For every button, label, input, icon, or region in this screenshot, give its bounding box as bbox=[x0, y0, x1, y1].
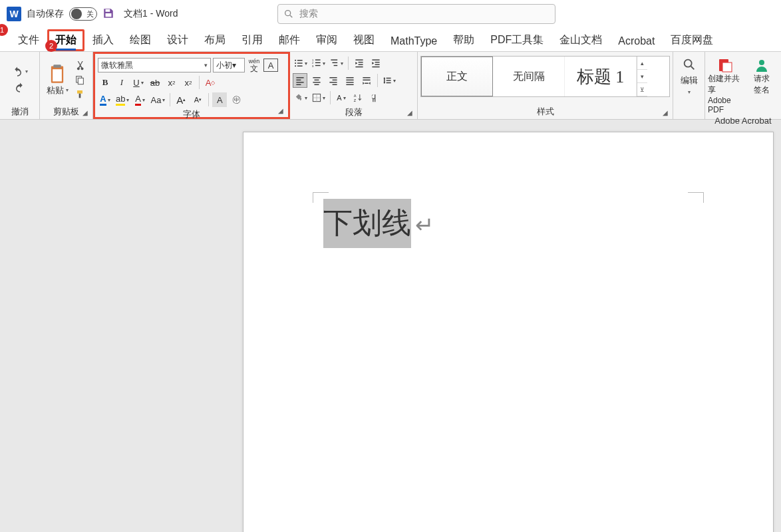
tab-insert[interactable]: 插入 bbox=[84, 29, 122, 51]
bullets-button[interactable] bbox=[293, 56, 309, 70]
request-sign-button[interactable]: 请求 签名 bbox=[744, 57, 778, 96]
superscript-button[interactable]: x2 bbox=[181, 75, 196, 90]
svg-rect-65 bbox=[722, 63, 732, 72]
align-left-button[interactable] bbox=[293, 73, 307, 88]
subscript-button[interactable]: x2 bbox=[164, 75, 179, 90]
svg-rect-50 bbox=[363, 77, 370, 78]
decrease-indent-button[interactable] bbox=[352, 56, 367, 70]
line-spacing-button[interactable] bbox=[381, 73, 397, 88]
tab-mailings[interactable]: 邮件 bbox=[271, 29, 308, 51]
char-border-button[interactable]: A bbox=[263, 59, 278, 72]
chevron-down-icon: ▾ bbox=[66, 87, 69, 93]
editing-button[interactable]: 编辑 ▾ bbox=[681, 55, 698, 95]
style-nospace[interactable]: 无间隔 bbox=[493, 57, 565, 96]
copy-button[interactable] bbox=[74, 74, 86, 86]
svg-rect-34 bbox=[296, 77, 303, 78]
tab-help[interactable]: 帮助 bbox=[445, 29, 482, 51]
tab-file[interactable]: 文件 bbox=[10, 29, 47, 51]
svg-point-2 bbox=[285, 11, 290, 16]
bold-button[interactable]: B bbox=[98, 75, 112, 90]
undo-button[interactable]: ▾ bbox=[11, 66, 28, 78]
svg-rect-22 bbox=[315, 65, 321, 66]
styles-launcher-icon[interactable]: ◢ bbox=[663, 109, 671, 117]
justify-button[interactable] bbox=[343, 73, 357, 88]
sort-button[interactable]: AZ bbox=[351, 90, 365, 105]
tab-pdftools[interactable]: PDF工具集 bbox=[482, 29, 551, 51]
numbering-button[interactable]: 123 bbox=[311, 56, 327, 70]
styles-down-icon[interactable]: ▾ bbox=[637, 70, 647, 83]
svg-rect-24 bbox=[333, 63, 338, 63]
save-button[interactable] bbox=[102, 7, 114, 21]
style-heading1[interactable]: 标题 1 bbox=[565, 57, 637, 96]
strikethrough-button[interactable]: ab bbox=[148, 75, 162, 90]
svg-rect-42 bbox=[329, 77, 337, 78]
svg-line-63 bbox=[691, 66, 694, 70]
cut-button[interactable] bbox=[74, 59, 86, 71]
toggle-off-text: 关 bbox=[86, 9, 94, 19]
document-page[interactable]: 下划线↵ bbox=[243, 132, 774, 532]
underline-button[interactable]: U bbox=[131, 75, 146, 90]
styles-up-icon[interactable]: ▴ bbox=[637, 57, 647, 70]
align-center-button[interactable] bbox=[309, 73, 324, 88]
svg-rect-37 bbox=[296, 84, 301, 85]
paragraph-launcher-icon[interactable]: ◢ bbox=[407, 109, 415, 117]
clear-formatting-button[interactable]: A◇ bbox=[203, 75, 218, 90]
tab-design[interactable]: 设计 bbox=[159, 29, 196, 51]
svg-rect-49 bbox=[346, 84, 353, 85]
title-bar: W 自动保存 关 文档1 - Word 搜索 bbox=[0, 0, 781, 28]
format-painter-button[interactable] bbox=[74, 88, 86, 100]
tab-view[interactable]: 视图 bbox=[345, 29, 383, 51]
redo-button[interactable] bbox=[14, 82, 26, 94]
change-case-button[interactable]: Aa bbox=[149, 92, 166, 107]
page-content[interactable]: 下划线↵ bbox=[323, 199, 706, 248]
char-shading-button[interactable]: A bbox=[212, 92, 227, 107]
svg-rect-41 bbox=[315, 84, 319, 85]
font-name-combo[interactable]: 微软雅黑▾ bbox=[98, 58, 211, 72]
tab-mathtype[interactable]: MathType bbox=[383, 31, 445, 51]
svg-rect-14 bbox=[297, 63, 303, 63]
show-hide-button[interactable] bbox=[367, 90, 382, 105]
svg-rect-23 bbox=[331, 59, 337, 60]
paragraph-group-label: 段落 bbox=[293, 105, 414, 120]
tab-acrobat[interactable]: Acrobat bbox=[610, 31, 663, 51]
multilevel-list-button[interactable] bbox=[329, 56, 345, 70]
tab-references[interactable]: 引用 bbox=[234, 29, 271, 51]
phonetic-guide-button[interactable]: wén 文 bbox=[247, 58, 261, 72]
tab-jinshan[interactable]: 金山文档 bbox=[551, 29, 610, 51]
style-normal[interactable]: 正文 bbox=[421, 57, 493, 96]
distribute-button[interactable] bbox=[359, 73, 374, 88]
shrink-font-button[interactable]: A▾ bbox=[190, 92, 205, 107]
svg-rect-55 bbox=[387, 80, 391, 80]
text-effects-button[interactable]: A bbox=[98, 92, 112, 107]
enclose-char-button[interactable]: ㊥ bbox=[229, 92, 243, 107]
svg-rect-36 bbox=[296, 82, 303, 82]
asian-layout-button[interactable]: A bbox=[334, 90, 349, 105]
search-box[interactable]: 搜索 bbox=[277, 4, 555, 24]
autosave-toggle[interactable]: 关 bbox=[69, 7, 97, 21]
styles-more-icon[interactable]: ⊻ bbox=[637, 83, 647, 96]
svg-rect-29 bbox=[355, 66, 363, 67]
grow-font-button[interactable]: A▴ bbox=[174, 92, 188, 107]
selected-text[interactable]: 下划线 bbox=[323, 199, 411, 248]
ribbon: ▾ 撤消 粘贴▾ 剪贴板 ◢ bbox=[0, 52, 781, 120]
highlight-button[interactable]: ab bbox=[114, 92, 130, 107]
font-color-button[interactable]: A bbox=[132, 92, 147, 107]
italic-button[interactable]: I bbox=[114, 75, 129, 90]
create-share-pdf-button[interactable]: 创建并共享 Adobe PDF bbox=[708, 57, 742, 114]
font-size-combo[interactable]: 小初▾ bbox=[213, 58, 245, 72]
tab-draw[interactable]: 绘图 bbox=[122, 29, 159, 51]
tab-review[interactable]: 审阅 bbox=[308, 29, 345, 51]
tab-layout[interactable]: 布局 bbox=[196, 29, 234, 51]
group-acrobat: 创建并共享 Adobe PDF 请求 签名 Adobe Acrobat bbox=[705, 52, 781, 119]
borders-button[interactable] bbox=[311, 90, 327, 105]
align-right-button[interactable] bbox=[326, 73, 341, 88]
increase-indent-button[interactable] bbox=[369, 56, 383, 70]
font-launcher-icon[interactable]: ◢ bbox=[278, 107, 286, 115]
paste-button[interactable]: 粘贴▾ bbox=[43, 55, 72, 104]
svg-rect-10 bbox=[79, 93, 81, 98]
tab-baidu[interactable]: 百度网盘 bbox=[663, 29, 721, 51]
shading-button[interactable] bbox=[293, 90, 309, 105]
clipboard-launcher-icon[interactable]: ◢ bbox=[82, 109, 90, 117]
group-font: 微软雅黑▾ 小初▾ wén 文 A B I U bbox=[93, 52, 290, 119]
svg-rect-47 bbox=[346, 80, 353, 80]
